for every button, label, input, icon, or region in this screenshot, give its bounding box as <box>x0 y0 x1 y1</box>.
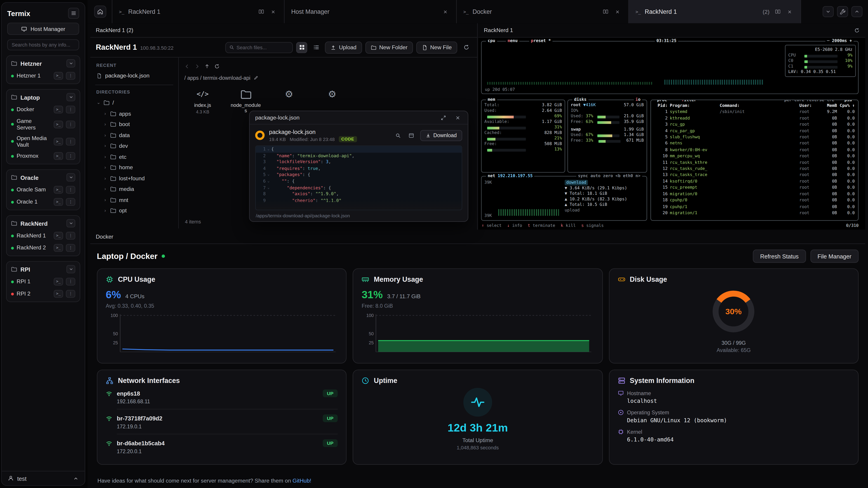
tools-wrench-button[interactable] <box>837 6 848 17</box>
tab-host-manager-1[interactable]: Host Manager <box>285 0 457 23</box>
chevron-up-icon[interactable] <box>73 476 79 481</box>
split-tab-button[interactable] <box>773 7 782 16</box>
tab-racknerd-1-0[interactable]: >_ RackNerd 1 <box>112 0 285 23</box>
upload-button[interactable]: Upload <box>325 41 362 53</box>
open-terminal-button[interactable]: >_ <box>54 138 63 145</box>
user-footer[interactable]: test <box>2 471 85 485</box>
open-terminal-button[interactable]: >_ <box>54 72 63 79</box>
close-tab-button[interactable] <box>269 7 277 16</box>
tree-item-home[interactable]: ›home <box>95 162 173 173</box>
file-search-input[interactable] <box>237 44 289 50</box>
open-terminal-button[interactable]: >_ <box>54 106 63 113</box>
toggle-preview-icon[interactable] <box>407 131 415 140</box>
tree-item-lost-found[interactable]: ›lost+found <box>95 173 173 184</box>
host-menu-button[interactable]: ⋮ <box>66 278 75 285</box>
collapse-group-button[interactable] <box>66 219 75 228</box>
search-in-file-icon[interactable] <box>394 131 402 140</box>
open-terminal-button[interactable]: >_ <box>54 121 63 128</box>
recent-item[interactable]: package-lock.json <box>95 71 173 80</box>
host-item-racknerd-1[interactable]: RackNerd 1 >_ ⋮ <box>9 230 78 241</box>
host-item-rpi-1[interactable]: RPI 1 >_ ⋮ <box>9 276 78 287</box>
host-item-docker[interactable]: Docker >_ ⋮ <box>9 104 78 115</box>
collapse-tabbar-button[interactable] <box>851 6 863 17</box>
host-menu-button[interactable]: ⋮ <box>66 290 75 297</box>
tab-docker-2[interactable]: >_ Docker <box>457 0 629 23</box>
file-manager-open-button[interactable]: File Manager <box>810 250 859 263</box>
tree-item-media[interactable]: ›media <box>95 184 173 195</box>
tab-list-dropdown-button[interactable] <box>823 6 834 17</box>
host-item-game-servers[interactable]: Game Servers >_ ⋮ <box>9 116 78 132</box>
collapse-group-button[interactable] <box>66 59 75 68</box>
home-button[interactable] <box>94 5 106 18</box>
download-button[interactable]: Download <box>420 130 462 141</box>
host-item-rpi-2[interactable]: RPI 2 >_ ⋮ <box>9 288 78 299</box>
collapse-group-button[interactable] <box>66 173 75 182</box>
tree-item-apps[interactable]: ›apps <box>95 108 173 119</box>
edit-path-icon[interactable] <box>254 75 258 80</box>
terminal-screen[interactable]: cpu menu preset * 03:31:25 ─ 2000ms + E5… <box>478 38 865 230</box>
host-menu-button[interactable]: ⋮ <box>66 121 75 128</box>
host-menu-button[interactable]: ⋮ <box>66 232 75 239</box>
new-file-button[interactable]: New File <box>416 41 457 53</box>
file-item-index-js[interactable]: </> index.js 4.3 KB <box>186 88 219 115</box>
refresh-files-button[interactable] <box>461 42 472 53</box>
close-tab-button[interactable] <box>785 7 794 16</box>
split-tab-button[interactable] <box>257 7 265 16</box>
open-terminal-button[interactable]: >_ <box>54 290 63 297</box>
open-terminal-button[interactable]: >_ <box>54 232 63 239</box>
sidebar-menu-button[interactable] <box>68 8 79 19</box>
host-group-header[interactable]: RackNerd <box>9 217 78 229</box>
close-tab-button[interactable] <box>613 7 622 16</box>
host-item-open-media-vault[interactable]: Open Media Vault >_ ⋮ <box>9 133 78 149</box>
host-menu-button[interactable]: ⋮ <box>66 106 75 113</box>
host-item-oracle-1[interactable]: Oracle 1 >_ ⋮ <box>9 196 78 207</box>
host-item-hetzner-1[interactable]: Hetzner 1 >_ ⋮ <box>9 70 78 81</box>
refresh-status-button[interactable]: Refresh Status <box>753 250 806 263</box>
host-group-header[interactable]: Laptop <box>9 91 78 103</box>
host-item-racknerd-2[interactable]: RackNerd 2 >_ ⋮ <box>9 242 78 254</box>
tree-root[interactable]: ⌄/ <box>95 97 173 108</box>
host-item-oracle-sam[interactable]: Oracle Sam >_ ⋮ <box>9 184 78 195</box>
host-menu-button[interactable]: ⋮ <box>66 72 75 79</box>
host-menu-button[interactable]: ⋮ <box>66 244 75 252</box>
close-tab-button[interactable] <box>441 7 450 16</box>
collapse-group-button[interactable] <box>66 93 75 101</box>
open-terminal-button[interactable]: >_ <box>54 186 63 194</box>
tree-item-boot[interactable]: ›boot <box>95 119 173 130</box>
open-terminal-button[interactable]: >_ <box>54 152 63 160</box>
reconnect-terminal-icon[interactable] <box>854 27 860 33</box>
nav-back-button[interactable] <box>184 64 190 69</box>
collapse-group-button[interactable] <box>66 265 75 273</box>
host-group-header[interactable]: Hetzner <box>9 58 78 69</box>
github-link[interactable]: GitHub! <box>292 477 311 484</box>
host-menu-button[interactable]: ⋮ <box>66 152 75 160</box>
tree-item-opt[interactable]: ›opt <box>95 205 173 216</box>
open-terminal-button[interactable]: >_ <box>54 198 63 206</box>
host-search-input[interactable] <box>7 39 79 51</box>
tree-item-etc[interactable]: ›etc <box>95 151 173 162</box>
host-group-header[interactable]: RPI <box>9 263 78 275</box>
tree-item-mnt[interactable]: ›mnt <box>95 195 173 205</box>
breadcrumb[interactable]: / apps / termix-download-api <box>184 75 250 81</box>
close-modal-icon[interactable] <box>454 113 462 122</box>
nav-up-button[interactable] <box>204 64 210 69</box>
open-terminal-button[interactable]: >_ <box>54 278 63 285</box>
nav-forward-button[interactable] <box>194 64 200 69</box>
host-menu-button[interactable]: ⋮ <box>66 198 75 206</box>
host-menu-button[interactable]: ⋮ <box>66 186 75 194</box>
nav-refresh-button[interactable] <box>214 64 220 69</box>
host-group-header[interactable]: Oracle <box>9 171 78 183</box>
host-manager-button[interactable]: Host Manager <box>7 23 79 35</box>
tree-item-data[interactable]: ›data <box>95 130 173 140</box>
host-menu-button[interactable]: ⋮ <box>66 138 75 145</box>
tab-racknerd-1-3[interactable]: >_ RackNerd 1 (2) <box>629 0 801 23</box>
split-tab-button[interactable] <box>601 7 610 16</box>
tree-item-dev[interactable]: ›dev <box>95 140 173 151</box>
host-item-proxmox[interactable]: Proxmox >_ ⋮ <box>9 151 78 162</box>
code-preview[interactable]: 1⌄{2 "name": "termix-download-api",3 "lo… <box>255 145 462 210</box>
grid-view-button[interactable] <box>296 42 307 53</box>
expand-modal-icon[interactable] <box>439 113 448 122</box>
list-view-button[interactable] <box>311 42 322 53</box>
new-folder-button[interactable]: New Folder <box>365 41 413 53</box>
open-terminal-button[interactable]: >_ <box>54 244 63 252</box>
